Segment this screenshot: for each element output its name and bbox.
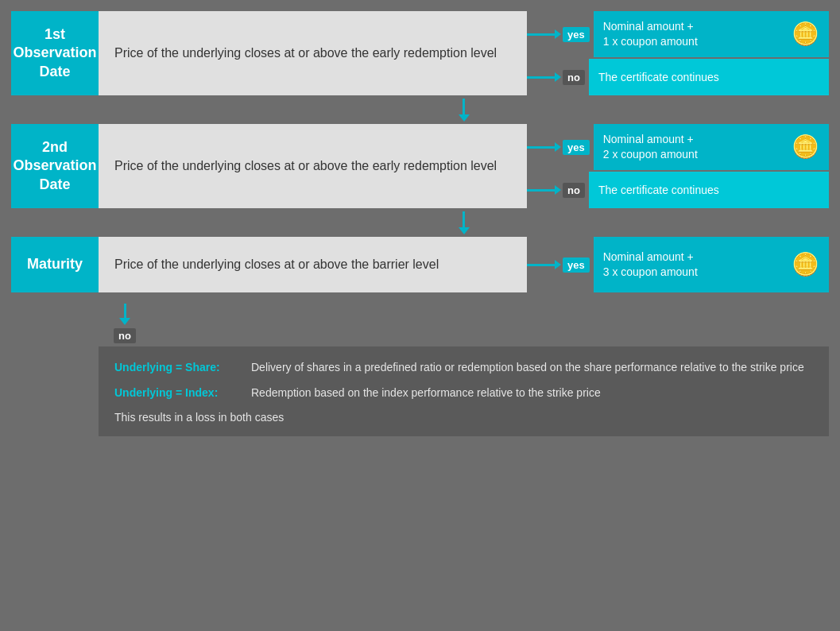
- coin-icon-1: 🪙: [792, 19, 819, 49]
- coin-icon-3: 🪙: [792, 250, 819, 280]
- row-1: 1stObservationDate Price of the underlyi…: [11, 11, 829, 95]
- condition-1: Price of the underlying closes at or abo…: [99, 11, 527, 95]
- label-maturity: Maturity: [11, 237, 99, 292]
- no-outcome-row-2: no The certificate continues: [527, 172, 829, 208]
- underlying-share-row: Underlying = Share: Delivery of shares i…: [114, 359, 813, 375]
- underlying-index-label: Underlying = Index:: [114, 385, 251, 401]
- label-2nd-observation: 2ndObservationDate: [11, 124, 99, 208]
- loss-text: This results in a loss in both cases: [114, 411, 813, 424]
- outcomes-1: yes Nominal amount + 1 x coupon amount 🪙…: [527, 11, 829, 95]
- v-arrow-2: [11, 208, 829, 237]
- yes-box-3: Nominal amount + 3 x coupon amount 🪙: [594, 237, 829, 292]
- coin-icon-2: 🪙: [792, 132, 819, 162]
- yes-outcome-row-3: yes Nominal amount + 3 x coupon amount 🪙: [527, 237, 829, 292]
- v-arrow-1: [11, 95, 829, 124]
- row-2: 2ndObservationDate Price of the underlyi…: [11, 124, 829, 208]
- no-outcome-row-1: no The certificate continues: [527, 59, 829, 95]
- outcomes-2: yes Nominal amount + 2 x coupon amount 🪙…: [527, 124, 829, 208]
- yes-label-2: yes: [563, 140, 590, 155]
- label-1st-observation: 1stObservationDate: [11, 11, 99, 95]
- condition-2: Price of the underlying closes at or abo…: [99, 124, 527, 208]
- no-label-1: no: [563, 70, 585, 85]
- no-label-maturity: no: [114, 328, 136, 343]
- yes-outcome-row-1: yes Nominal amount + 1 x coupon amount 🪙: [527, 11, 829, 57]
- no-label-2: no: [563, 183, 585, 198]
- no-box-2: The certificate continues: [589, 172, 829, 208]
- row-3: Maturity Price of the underlying closes …: [11, 237, 829, 292]
- yes-box-2: Nominal amount + 2 x coupon amount 🪙: [594, 124, 829, 170]
- underlying-share-desc: Delivery of shares in a predefined ratio…: [251, 359, 804, 375]
- underlying-share-label: Underlying = Share:: [114, 359, 251, 375]
- yes-outcome-row-2: yes Nominal amount + 2 x coupon amount 🪙: [527, 124, 829, 170]
- underlying-index-row: Underlying = Index: Redemption based on …: [114, 385, 813, 401]
- outcomes-3: yes Nominal amount + 3 x coupon amount 🪙: [527, 237, 829, 292]
- condition-3: Price of the underlying closes at or abo…: [99, 237, 527, 292]
- yes-box-1: Nominal amount + 1 x coupon amount 🪙: [594, 11, 829, 57]
- yes-label-1: yes: [563, 27, 590, 42]
- yes-label-3: yes: [563, 257, 590, 273]
- no-box-1: The certificate continues: [589, 59, 829, 95]
- underlying-index-desc: Redemption based on the index performanc…: [251, 385, 601, 401]
